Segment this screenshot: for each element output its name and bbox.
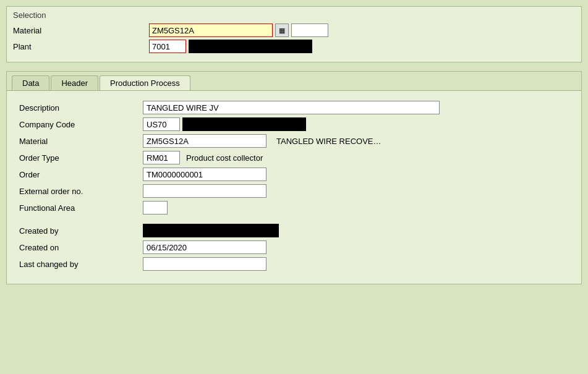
material-row: Material ▦ bbox=[13, 23, 575, 37]
description-row: Description bbox=[19, 101, 569, 114]
order-type-row: Order Type Product cost collector bbox=[19, 151, 569, 164]
tabs-header: Data Header Production Process bbox=[7, 72, 581, 90]
material-browse-button[interactable]: ▦ bbox=[275, 23, 289, 37]
tab-content: Description Company Code Material TANGLE… bbox=[7, 90, 581, 284]
selection-section: Selection Material ▦ Plant bbox=[6, 6, 582, 62]
ext-order-label: External order no. bbox=[19, 187, 143, 196]
func-area-row: Functional Area bbox=[19, 201, 569, 215]
form-material-label: Material bbox=[19, 137, 143, 146]
company-code-redacted bbox=[182, 117, 306, 131]
ext-order-input[interactable] bbox=[143, 184, 266, 198]
plant-redacted bbox=[189, 40, 312, 53]
last-changed-input[interactable] bbox=[143, 257, 266, 271]
order-type-desc: Product cost collector bbox=[186, 153, 263, 163]
order-type-input[interactable] bbox=[143, 151, 180, 164]
company-code-input[interactable] bbox=[143, 117, 180, 131]
order-label: Order bbox=[19, 170, 143, 179]
created-by-row: Created by bbox=[19, 224, 569, 237]
company-code-label: Company Code bbox=[19, 120, 143, 129]
material-extra-input[interactable] bbox=[291, 23, 328, 37]
material-label: Material bbox=[13, 26, 149, 35]
order-row: Order bbox=[19, 168, 569, 181]
plant-field-value bbox=[149, 40, 312, 53]
created-by-redacted bbox=[143, 224, 279, 237]
order-type-label: Order Type bbox=[19, 153, 143, 163]
created-on-input[interactable] bbox=[143, 240, 266, 254]
spacer bbox=[19, 218, 569, 224]
created-by-label: Created by bbox=[19, 226, 143, 236]
material-input[interactable] bbox=[149, 23, 273, 37]
tabs-container: Data Header Production Process Descripti… bbox=[6, 71, 582, 284]
func-area-label: Functional Area bbox=[19, 203, 143, 213]
func-area-input[interactable] bbox=[143, 201, 168, 215]
plant-row: Plant bbox=[13, 40, 575, 53]
plant-input[interactable] bbox=[149, 40, 186, 53]
tab-header[interactable]: Header bbox=[51, 75, 98, 90]
last-changed-row: Last changed by bbox=[19, 257, 569, 271]
ext-order-row: External order no. bbox=[19, 184, 569, 198]
company-code-row: Company Code bbox=[19, 117, 569, 131]
order-input[interactable] bbox=[143, 168, 266, 181]
tab-production-process[interactable]: Production Process bbox=[100, 75, 190, 90]
created-on-label: Created on bbox=[19, 243, 143, 252]
form-material-input[interactable] bbox=[143, 134, 266, 148]
selection-title: Selection bbox=[13, 11, 575, 20]
description-label: Description bbox=[19, 103, 143, 113]
material-field-value: ▦ bbox=[149, 23, 328, 37]
tab-data[interactable]: Data bbox=[12, 75, 49, 90]
created-on-row: Created on bbox=[19, 240, 569, 254]
description-input[interactable] bbox=[143, 101, 440, 114]
form-material-row: Material TANGLED WIRE RECOVE… bbox=[19, 134, 569, 148]
plant-label: Plant bbox=[13, 42, 149, 51]
last-changed-label: Last changed by bbox=[19, 260, 143, 269]
form-material-desc: TANGLED WIRE RECOVE… bbox=[276, 137, 381, 146]
main-container: Selection Material ▦ Plant Data bbox=[0, 0, 588, 374]
